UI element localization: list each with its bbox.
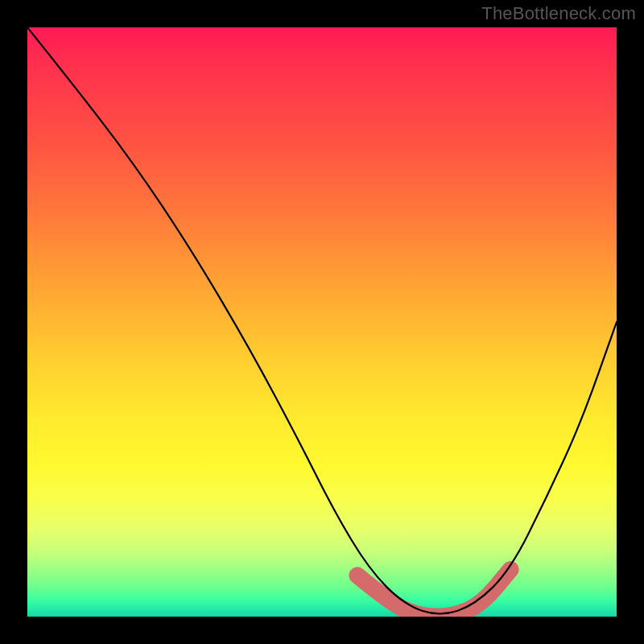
- plot-area: [27, 27, 617, 617]
- chart-stage: TheBottleneck.com: [0, 0, 644, 644]
- watermark-text: TheBottleneck.com: [481, 3, 636, 24]
- bottleneck-curve: [27, 27, 617, 617]
